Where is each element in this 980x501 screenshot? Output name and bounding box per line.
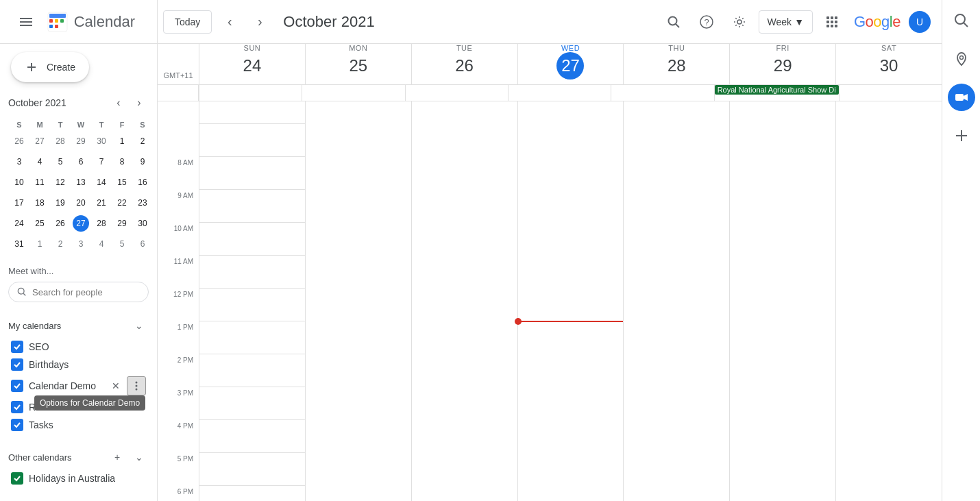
mini-cal-day[interactable]: 28 (92, 214, 111, 233)
mini-cal-day[interactable]: 25 (30, 214, 49, 233)
header-sun[interactable]: SUN 24 (199, 44, 305, 85)
day-num-wed[interactable]: 27 (556, 52, 584, 80)
next-week-button[interactable]: › (247, 10, 272, 34)
mini-cal-day[interactable]: 4 (30, 152, 49, 171)
header-thu[interactable]: THU 28 (623, 44, 729, 85)
day-col-wed[interactable] (517, 101, 624, 501)
other-calendars-header[interactable]: Other calendars + ⌄ (0, 445, 157, 469)
mini-cal-day[interactable]: 4 (92, 234, 111, 254)
calendar-item-seo[interactable]: SEO (0, 338, 157, 356)
mini-cal-next[interactable]: › (130, 93, 149, 112)
day-col-sun[interactable] (199, 101, 305, 501)
help-button[interactable]: ? (693, 8, 720, 36)
view-selector[interactable]: Week ▼ (759, 10, 813, 34)
day-col-fri[interactable] (729, 101, 835, 501)
mini-cal-day[interactable]: 29 (112, 214, 132, 233)
mini-cal-day[interactable]: 16 (133, 173, 152, 192)
mini-cal-day[interactable]: 23 (133, 193, 152, 212)
cal-checkbox-holidays[interactable] (11, 472, 23, 485)
mini-cal-day[interactable]: 3 (10, 152, 29, 171)
mini-cal-day[interactable]: 14 (92, 173, 111, 192)
cal-checkbox-tasks[interactable] (11, 419, 23, 431)
header-fri[interactable]: FRI 29 (729, 44, 835, 85)
mini-cal-day[interactable]: 21 (92, 193, 111, 212)
cal-checkbox-seo[interactable] (11, 341, 23, 353)
day-num-fri[interactable]: 29 (769, 52, 796, 80)
mini-cal-day[interactable]: 2 (133, 132, 152, 151)
my-calendars-header[interactable]: My calendars ⌄ (0, 313, 157, 338)
mini-cal-day[interactable]: 26 (51, 214, 70, 233)
right-video-icon[interactable] (948, 84, 975, 111)
day-col-thu[interactable] (623, 101, 729, 501)
mini-cal-day[interactable]: 26 (10, 132, 29, 151)
calendar-item-birthdays[interactable]: Birthdays (0, 356, 157, 374)
other-calendars-add[interactable]: + (108, 448, 127, 467)
cal-checkbox-reminders[interactable] (11, 401, 23, 413)
mini-cal-day[interactable]: 27 (30, 132, 49, 151)
header-wed[interactable]: WED 27 (517, 44, 624, 85)
people-search[interactable] (8, 282, 149, 302)
calendar-item-demo[interactable]: Calendar Demo ✕ Options for Calendar Dem… (0, 374, 157, 398)
other-calendars-collapse[interactable]: ⌄ (130, 448, 149, 467)
royal-show-event[interactable]: Royal National Agricultural Show Di (715, 85, 839, 95)
right-map-icon[interactable] (948, 45, 975, 73)
mini-cal-day[interactable]: 30 (92, 132, 111, 151)
mini-cal-day[interactable]: 8 (112, 152, 132, 171)
prev-week-button[interactable]: ‹ (217, 10, 242, 34)
mini-cal-day[interactable]: 18 (30, 193, 49, 212)
calendar-item-reminders[interactable]: Reminders (0, 398, 157, 416)
mini-cal-day[interactable]: 22 (112, 193, 132, 212)
mini-cal-day[interactable]: 30 (133, 214, 152, 233)
mini-cal-day[interactable]: 1 (30, 234, 49, 254)
cal-checkbox-birthdays[interactable] (11, 358, 23, 371)
mini-cal-day[interactable]: 13 (71, 173, 90, 192)
day-col-sat[interactable] (835, 101, 942, 501)
mini-cal-day[interactable]: 20 (71, 193, 90, 212)
settings-button[interactable] (726, 8, 753, 36)
day-num-sat[interactable]: 30 (875, 52, 903, 80)
mini-cal-day[interactable]: 3 (71, 234, 90, 254)
header-sat[interactable]: SAT 30 (835, 44, 942, 85)
all-day-fri[interactable]: Royal National Agricultural Show Di (714, 85, 839, 101)
header-tue[interactable]: TUE 26 (411, 44, 517, 85)
mini-cal-day[interactable]: 6 (133, 234, 152, 254)
mini-cal-day[interactable]: 1 (112, 132, 132, 151)
mini-cal-day[interactable]: 19 (51, 193, 70, 212)
create-button[interactable]: Create (11, 52, 89, 82)
calendar-item-tasks[interactable]: Tasks (0, 416, 157, 434)
day-num-tue[interactable]: 26 (451, 52, 478, 80)
mini-cal-day[interactable]: 6 (71, 152, 90, 171)
mini-cal-day[interactable]: 10 (10, 173, 29, 192)
user-avatar[interactable]: U (909, 11, 931, 33)
right-search-icon[interactable] (948, 7, 975, 34)
day-num-sun[interactable]: 24 (238, 52, 266, 80)
mini-cal-day[interactable]: 31 (10, 234, 29, 254)
cal-demo-options-btn[interactable] (127, 376, 146, 395)
mini-cal-day[interactable]: 9 (133, 152, 152, 171)
day-col-tue[interactable] (411, 101, 517, 501)
mini-cal-day[interactable]: 11 (30, 173, 49, 192)
header-mon[interactable]: MON 25 (305, 44, 411, 85)
mini-cal-day[interactable]: 24 (10, 214, 29, 233)
calendar-item-holidays[interactable]: Holidays in Australia (0, 469, 157, 487)
mini-cal-day[interactable]: 12 (51, 173, 70, 192)
mini-cal-day[interactable]: 17 (10, 193, 29, 212)
day-col-mon[interactable] (305, 101, 411, 501)
day-num-thu[interactable]: 28 (663, 52, 690, 80)
apps-button[interactable] (818, 8, 846, 36)
mini-cal-day[interactable]: 28 (51, 132, 70, 151)
cal-checkbox-demo[interactable] (11, 380, 23, 392)
mini-cal-today[interactable]: 27 (71, 214, 90, 233)
menu-icon[interactable] (11, 5, 41, 38)
mini-cal-day[interactable]: 5 (112, 234, 132, 254)
mini-cal-day[interactable]: 2 (51, 234, 70, 254)
mini-cal-day[interactable]: 5 (51, 152, 70, 171)
today-button[interactable]: Today (163, 10, 212, 34)
mini-cal-prev[interactable]: ‹ (109, 93, 128, 112)
search-button[interactable] (660, 8, 687, 36)
day-num-mon[interactable]: 25 (345, 52, 372, 80)
right-plus-icon[interactable] (948, 122, 975, 149)
mini-cal-day[interactable]: 29 (71, 132, 90, 151)
cal-demo-remove-btn[interactable]: ✕ (106, 376, 125, 395)
my-calendars-collapse[interactable]: ⌄ (130, 316, 149, 335)
